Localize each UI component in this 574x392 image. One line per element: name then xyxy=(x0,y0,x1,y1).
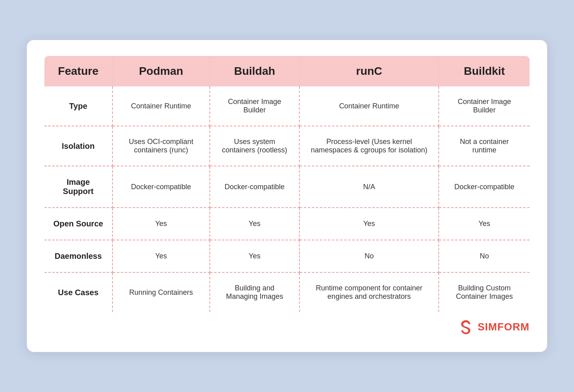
cell-0-podman: Container Runtime xyxy=(112,86,210,126)
cell-5-runc: Runtime component for container engines … xyxy=(299,272,439,312)
cell-5-buildkit: Building Custom Container Images xyxy=(439,272,530,312)
table-row: Image SupportDocker-compatibleDocker-com… xyxy=(44,166,530,208)
cell-2-buildah: Docker-compatible xyxy=(210,166,299,208)
cell-2-runc: N/A xyxy=(299,166,439,208)
cell-3-buildkit: Yes xyxy=(439,208,530,240)
simform-text: SIMFORM xyxy=(478,321,530,333)
cell-5-feature: Use Cases xyxy=(44,272,112,312)
simform-icon xyxy=(459,319,474,334)
cell-3-buildah: Yes xyxy=(210,208,299,240)
cell-5-buildah: Building and Managing Images xyxy=(210,272,299,312)
cell-4-podman: Yes xyxy=(112,240,210,272)
cell-3-podman: Yes xyxy=(112,208,210,240)
cell-0-runc: Container Runtime xyxy=(299,86,439,126)
cell-5-podman: Running Containers xyxy=(112,272,210,312)
cell-0-feature: Type xyxy=(44,86,112,126)
comparison-card: FeaturePodmanBuildahrunCBuildkit TypeCon… xyxy=(27,40,547,352)
column-header-buildah: Buildah xyxy=(210,56,299,86)
table-row: Open SourceYesYesYesYes xyxy=(44,208,530,240)
cell-4-feature: Daemonless xyxy=(44,240,112,272)
cell-2-buildkit: Docker-compatible xyxy=(439,166,530,208)
comparison-table: FeaturePodmanBuildahrunCBuildkit TypeCon… xyxy=(44,56,530,312)
table-row: Use CasesRunning ContainersBuilding and … xyxy=(44,272,530,312)
cell-4-runc: No xyxy=(299,240,439,272)
cell-1-runc: Process-level (Uses kernel namespaces & … xyxy=(299,126,439,166)
table-row: DaemonlessYesYesNoNo xyxy=(44,240,530,272)
cell-1-buildkit: Not a container runtime xyxy=(439,126,530,166)
cell-1-buildah: Uses system containers (rootless) xyxy=(210,126,299,166)
cell-3-feature: Open Source xyxy=(44,208,112,240)
column-header-feature: Feature xyxy=(44,56,112,86)
cell-4-buildkit: No xyxy=(439,240,530,272)
simform-logo: SIMFORM xyxy=(459,319,530,334)
cell-0-buildkit: Container Image Builder xyxy=(439,86,530,126)
cell-3-runc: Yes xyxy=(299,208,439,240)
cell-0-buildah: Container Image Builder xyxy=(210,86,299,126)
column-header-podman: Podman xyxy=(112,56,210,86)
cell-1-podman: Uses OCI-compliant containers (runc) xyxy=(112,126,210,166)
logo-area: SIMFORM xyxy=(44,319,530,334)
cell-2-podman: Docker-compatible xyxy=(112,166,210,208)
cell-1-feature: Isolation xyxy=(44,126,112,166)
table-row: IsolationUses OCI-compliant containers (… xyxy=(44,126,530,166)
cell-2-feature: Image Support xyxy=(44,166,112,208)
column-header-runc: runC xyxy=(299,56,439,86)
column-header-buildkit: Buildkit xyxy=(439,56,530,86)
cell-4-buildah: Yes xyxy=(210,240,299,272)
table-row: TypeContainer RuntimeContainer Image Bui… xyxy=(44,86,530,126)
